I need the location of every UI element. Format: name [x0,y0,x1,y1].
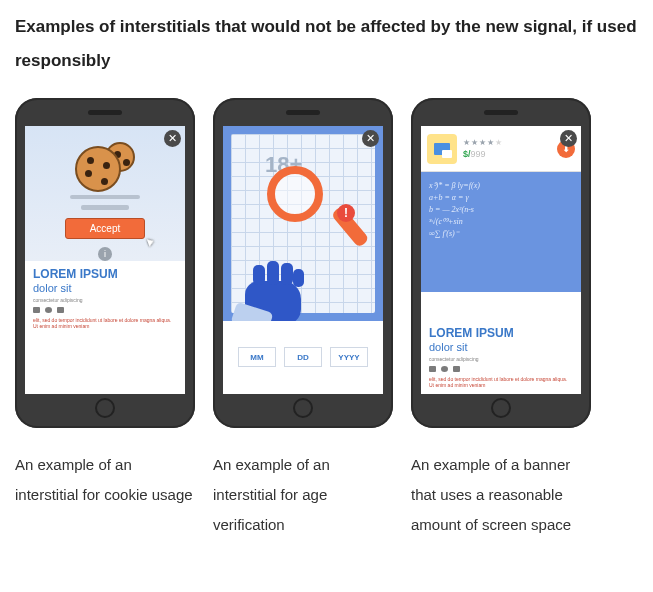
age-interstitial: 18+ ! [223,126,383,321]
star-icon: ★ [487,138,494,147]
accept-label: Accept [90,223,121,234]
star-icon: ★ [495,138,502,147]
phone-frame: ✕ ★ ★ ★ ★ ★ $/999 [411,98,591,428]
chalkboard-content: x⁵)* = β ly=f(x) a+b = α = γ b = — 2x²(n… [421,172,581,292]
rating-stars: ★ ★ ★ ★ ★ [463,138,551,147]
accept-button[interactable]: Accept [65,218,146,239]
article-meta: consectetur adipiscing [33,297,177,303]
example-caption: An example of an interstitial for cookie… [15,450,195,510]
article-subtitle: dolor sit [33,282,177,294]
page-content: LOREM IPSUM dolor sit consectetur adipis… [25,261,185,336]
example-caption: An example of a banner that uses a reaso… [411,450,591,540]
example-caption: An example of an interstitial for age ve… [213,450,393,540]
app-icon [427,134,457,164]
close-icon[interactable]: ✕ [362,130,379,147]
example-age: ✕ 18+ ! [213,98,393,540]
phone-frame: ✕ 18+ ! [213,98,393,428]
year-field[interactable]: YYYY [330,347,368,367]
share-icons [429,366,573,372]
star-icon: ★ [463,138,470,147]
cursor-icon [147,237,155,247]
phone-frame: ✕ Accept i LOREM IPSUM dol [15,98,195,428]
section-heading: Examples of interstitials that would not… [15,10,638,78]
close-icon[interactable]: ✕ [164,130,181,147]
glove-illustration [239,271,309,321]
example-cookie: ✕ Accept i LOREM IPSUM dol [15,98,195,540]
example-banner: ✕ ★ ★ ★ ★ ★ $/999 [411,98,591,540]
spacer [421,292,581,320]
star-icon: ★ [471,138,478,147]
phone-screen: ✕ ★ ★ ★ ★ ★ $/999 [421,126,581,394]
cookie-interstitial: Accept i [25,126,185,261]
alert-icon: ! [337,204,355,222]
article-body: elit, sed do tempor incididunt ut labore… [33,317,177,330]
info-icon[interactable]: i [98,247,112,261]
text-placeholder [70,195,140,200]
day-field[interactable]: DD [284,347,322,367]
share-icons [33,307,177,313]
examples-row: ✕ Accept i LOREM IPSUM dol [15,98,638,540]
article-meta: consectetur adipiscing [429,356,573,362]
article-title: LOREM IPSUM [429,327,573,340]
page-content: LOREM IPSUM dolor sit consectetur adipis… [421,320,581,394]
article-body: elit, sed do tempor incididunt ut labore… [429,376,573,389]
cookie-illustration [75,142,135,189]
phone-screen: ✕ 18+ ! [223,126,383,394]
app-price: $/999 [463,149,551,159]
article-subtitle: dolor sit [429,341,573,353]
star-icon: ★ [479,138,486,147]
close-icon[interactable]: ✕ [560,130,577,147]
article-title: LOREM IPSUM [33,268,177,281]
page-content: MM DD YYYY [223,347,383,394]
app-banner[interactable]: ★ ★ ★ ★ ★ $/999 ⬇ [421,126,581,172]
app-meta: ★ ★ ★ ★ ★ $/999 [463,138,551,159]
phone-screen: ✕ Accept i LOREM IPSUM dol [25,126,185,394]
date-input-row: MM DD YYYY [223,347,383,367]
text-placeholder [81,205,129,210]
magnifier-icon [267,166,337,236]
month-field[interactable]: MM [238,347,276,367]
